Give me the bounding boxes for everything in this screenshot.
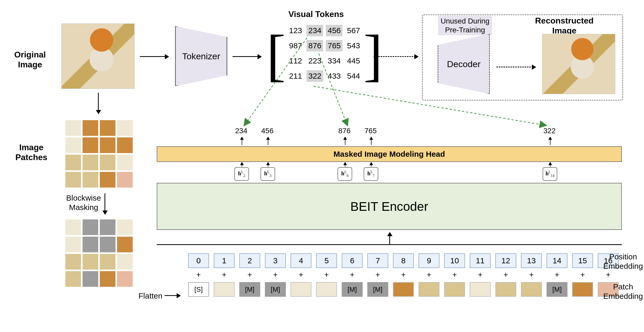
token-cell: 456: [326, 25, 343, 36]
arrow-pred-2: [345, 137, 345, 145]
patch-cell: [100, 254, 115, 270]
plus-symbol: +: [214, 270, 235, 279]
arrow-h-0: [242, 162, 242, 167]
arrow-h-3: [371, 162, 372, 167]
position-cell: 3: [265, 253, 286, 268]
bracket-right: ]: [363, 29, 382, 81]
patch-cell: [65, 155, 81, 170]
position-cell: 15: [572, 253, 593, 268]
patch-cell: [100, 271, 115, 287]
position-cell: 4: [291, 253, 311, 268]
token-cell: 987: [287, 40, 304, 51]
patch-cell: [100, 155, 115, 170]
position-cell: 11: [470, 253, 491, 268]
arrow-flatten: [165, 295, 180, 296]
reconstructed-image: [542, 34, 615, 94]
token-cell: 567: [345, 25, 362, 36]
masked-patches-grid: [65, 219, 133, 287]
mim-head-text: Masked Image Modeling Head: [334, 150, 445, 159]
arrow-pred-4: [550, 137, 550, 145]
patch-cell: [100, 172, 115, 188]
patch-cell: [83, 271, 98, 287]
pred-token-3: 765: [364, 127, 377, 135]
patch-embedding-label: Patch Embedding: [600, 282, 644, 301]
token-cell: 876: [306, 40, 323, 51]
plus-symbol: +: [239, 270, 260, 279]
patch-cell: [117, 155, 133, 170]
position-cell: 2: [239, 253, 260, 268]
patch-cell: [65, 219, 81, 235]
reconstructed-label: Reconstructed Image: [523, 16, 606, 36]
plus-symbol: +: [188, 270, 209, 279]
position-cell: 6: [342, 253, 363, 268]
token-cell: 112: [287, 55, 304, 67]
token-cell: 211: [287, 70, 304, 82]
hbox-14: 𝐡L14: [543, 167, 557, 181]
patch-embedding-cell: [393, 282, 414, 297]
arrow-h-2: [345, 162, 345, 167]
patch-cell: [117, 219, 133, 235]
patch-embedding-cell: [S]: [188, 282, 209, 297]
arrow-patches-to-masked: [105, 193, 105, 214]
plus-symbol: +: [291, 270, 311, 279]
visual-token-matrix: [ 12323445656798787676554311222333444521…: [266, 25, 383, 85]
pred-token-4: 322: [543, 127, 556, 135]
token-cell: 334: [326, 55, 343, 67]
encoder-text: BEIT Encoder: [350, 199, 428, 214]
patch-cell: [83, 254, 98, 270]
mim-head: Masked Image Modeling Head: [157, 146, 622, 162]
bracket-left: [: [266, 29, 286, 81]
token-cell: 322: [306, 70, 323, 82]
position-cell: 7: [367, 253, 388, 268]
patch-cell: [83, 155, 98, 170]
pred-token-0: 234: [235, 127, 247, 135]
plus-symbol: +: [444, 270, 465, 279]
embedding-bus-line: [157, 244, 622, 245]
patch-cell: [117, 254, 133, 270]
patch-embedding-cell: [M]: [265, 282, 286, 297]
token-cell: 223: [306, 55, 323, 67]
token-cell: 544: [345, 70, 362, 82]
arrow-img-to-patches: [98, 93, 99, 114]
patch-cell: [100, 137, 115, 153]
patch-embedding-row: [S][M][M][M][M][M]: [188, 282, 619, 297]
patch-cell: [117, 271, 133, 287]
plus-symbol: +: [393, 270, 414, 279]
patch-embedding-cell: [316, 282, 337, 297]
patch-embedding-cell: [495, 282, 516, 297]
tokenizer-text: Tokenizer: [182, 51, 220, 61]
plus-symbol: +: [598, 270, 619, 279]
patch-embedding-cell: [214, 282, 235, 297]
position-cell: 8: [393, 253, 414, 268]
tokenizer-block: Tokenizer: [175, 26, 227, 86]
position-cell: 1: [214, 253, 235, 268]
token-cell: 445: [345, 55, 362, 67]
position-cell: 12: [495, 253, 516, 268]
plus-symbol: +: [521, 270, 542, 279]
image-patches-label: Image Patches: [8, 142, 55, 162]
position-embedding-row: 012345678910111213141516: [188, 253, 619, 268]
plus-symbol: +: [419, 270, 439, 279]
patch-cell: [100, 237, 115, 252]
patch-cell: [117, 172, 133, 188]
patch-embedding-cell: [572, 282, 593, 297]
arrow-pred-3: [371, 137, 372, 145]
patch-cell: [83, 219, 98, 235]
arrow-pred-1: [268, 137, 268, 145]
position-cell: 9: [419, 253, 439, 268]
plus-symbol: +: [572, 270, 593, 279]
arrow-h-4: [550, 162, 550, 167]
hbox-6: 𝐡L6: [338, 167, 352, 181]
position-cell: 14: [547, 253, 567, 268]
arrow-tokenizer-to-tokens: [233, 56, 261, 57]
patch-cell: [65, 172, 81, 188]
plus-symbol: +: [367, 270, 388, 279]
plus-symbol: +: [265, 270, 286, 279]
position-embedding-label: Position Embedding: [600, 252, 644, 271]
arrow-img-to-tokenizer: [140, 56, 169, 57]
arrow-pred-0: [242, 137, 242, 145]
image-patches-grid: [65, 120, 133, 188]
pred-token-1: 456: [261, 127, 274, 135]
patch-cell: [83, 120, 98, 136]
original-image-label: Original Image: [5, 50, 55, 70]
